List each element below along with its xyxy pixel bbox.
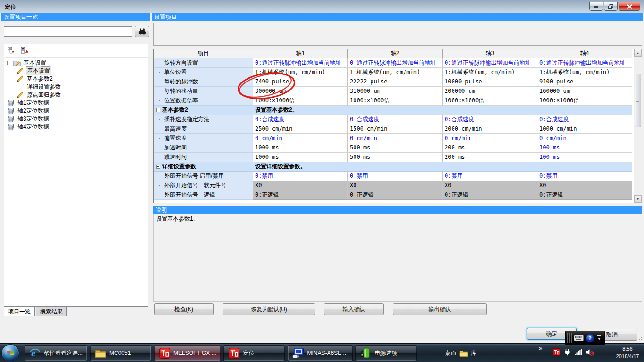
keyboard-icon[interactable]	[574, 335, 584, 341]
value-cell-axis1[interactable]: 1000 ms	[253, 143, 348, 153]
value-cell-axis1[interactable]: 7490 pulse	[253, 77, 348, 87]
start-button[interactable]	[1, 344, 19, 362]
language-bar[interactable]: ? ▼	[565, 331, 605, 345]
value-cell-axis4[interactable]: 9100 pulse	[537, 77, 632, 87]
search-button[interactable]	[135, 26, 149, 37]
tree-item-5[interactable]: 轴1定位数据	[4, 99, 148, 107]
minimize-button[interactable]	[589, 2, 603, 11]
value-cell-axis3[interactable]: 0:通过正转脉冲输出增加当前地址	[443, 58, 537, 68]
value-cell-axis2[interactable]: 0:禁用	[348, 172, 443, 181]
taskbar-clock[interactable]: 8:56 2018/4/17	[613, 345, 642, 360]
value-cell-axis4[interactable]: 0:正逻辑	[537, 190, 632, 200]
tree-collapse-box[interactable]	[7, 61, 11, 65]
value-cell-axis2[interactable]: 0:正逻辑	[348, 190, 443, 200]
tree-item-sub-2[interactable]: 基本参数2	[4, 75, 148, 83]
language-bar-options-arrow[interactable]: ▼	[598, 337, 601, 341]
value-cell-axis2[interactable]: 0:通过正转脉冲输出增加当前地址	[348, 58, 443, 68]
collapse-all-button[interactable]	[7, 46, 17, 55]
check-button[interactable]: 检查(K)	[154, 303, 214, 315]
value-cell-axis3[interactable]: X0	[443, 181, 537, 190]
close-button[interactable]	[619, 2, 640, 11]
output-confirm-button[interactable]: 输出确认	[393, 303, 487, 315]
value-cell-axis1[interactable]: 1:机械系统(um, cm/min)	[253, 68, 348, 77]
value-cell-axis4[interactable]: X0	[537, 181, 632, 190]
language-bar-minimize[interactable]	[597, 335, 601, 336]
value-cell-axis4[interactable]: 1:机械系统(um, cm/min)	[537, 68, 632, 77]
value-cell-axis2[interactable]: X0	[348, 181, 443, 190]
value-cell-axis1[interactable]: 0:通过正转脉冲输出增加当前地址	[253, 58, 348, 68]
tab-item-list[interactable]: 项目一览	[4, 307, 35, 316]
value-cell-axis2[interactable]: 310000 um	[348, 87, 443, 96]
tree-item-6[interactable]: 轴2定位数据	[4, 107, 148, 115]
restore-button[interactable]	[604, 2, 618, 11]
value-cell-axis3[interactable]: 1:机械系统(um, cm/min)	[443, 68, 537, 77]
section-collapse-box[interactable]	[156, 108, 160, 112]
value-cell-axis3[interactable]: 0 cm/min	[443, 134, 537, 143]
tree-item-8[interactable]: 轴4定位数据	[4, 123, 148, 131]
value-cell-axis3[interactable]: 0:正逻辑	[443, 190, 537, 200]
value-cell-axis1[interactable]: 0:合成速度	[253, 115, 348, 124]
tray-overflow-chevron[interactable]: »	[539, 345, 542, 352]
value-cell-axis1[interactable]: 1000:×1000倍	[253, 96, 348, 106]
value-cell-axis4[interactable]: 100 ms	[537, 153, 632, 162]
value-cell-axis4[interactable]: 0 cm/min	[537, 134, 632, 143]
value-cell-axis3[interactable]: 10000 pulse	[443, 77, 537, 87]
melsoft-tray-icon[interactable]	[553, 348, 560, 356]
value-cell-axis4[interactable]: 160000 um	[537, 87, 632, 96]
value-cell-axis2[interactable]: 500 ms	[348, 153, 443, 162]
taskbar-button-0[interactable]: e帮忙看看这是...	[25, 345, 87, 361]
value-cell-axis3[interactable]: 200 ms	[443, 153, 537, 162]
value-cell-axis3[interactable]: 0:禁用	[443, 172, 537, 181]
taskbar-button-4[interactable]: MINAS-A6SE ...	[288, 345, 352, 361]
value-cell-axis3[interactable]: 2000 cm/min	[443, 124, 537, 134]
value-cell-axis1[interactable]: X0	[253, 181, 348, 190]
library-folder-icon[interactable]	[459, 350, 468, 357]
value-cell-axis2[interactable]: 1:机械系统(um, cm/min)	[348, 68, 443, 77]
volume-muted-icon[interactable]	[586, 348, 594, 356]
value-cell-axis1[interactable]: 300000 um	[253, 87, 348, 96]
taskbar-button-2[interactable]: MELSOFT GX ...	[154, 345, 221, 361]
expand-all-button[interactable]	[20, 46, 30, 55]
tree-item-0[interactable]: 基本设置	[4, 59, 148, 67]
value-cell-axis4[interactable]: 1000 cm/min	[537, 124, 632, 134]
taskbar-button-1[interactable]: MC0051	[90, 345, 151, 361]
value-cell-axis2[interactable]: 1000:×1000倍	[348, 96, 443, 106]
value-cell-axis4[interactable]: 100 ms	[537, 143, 632, 153]
scrollbar-thumb[interactable]	[635, 74, 641, 127]
help-icon[interactable]: ?	[586, 334, 594, 343]
library-label[interactable]: 库	[471, 349, 477, 357]
tree-item-sub-3[interactable]: 详细设置参数	[4, 83, 148, 91]
tree-item-sub-4[interactable]: 原点回归参数	[4, 91, 148, 99]
value-cell-axis1[interactable]: 1000 ms	[253, 153, 348, 162]
taskbar-button-3[interactable]: 定位	[223, 345, 285, 361]
value-cell-axis1[interactable]: 0:禁用	[253, 172, 348, 181]
hardware-tray-icon[interactable]	[564, 349, 571, 356]
network-signal-icon[interactable]	[575, 349, 582, 355]
value-cell-axis2[interactable]: 1500 cm/min	[348, 124, 443, 134]
value-cell-axis2[interactable]: 0:合成速度	[348, 115, 443, 124]
value-cell-axis1[interactable]: 0 cm/min	[253, 134, 348, 143]
value-cell-axis4[interactable]: 0:合成速度	[537, 115, 632, 124]
value-cell-axis4[interactable]: 0:禁用	[537, 172, 632, 181]
value-cell-axis3[interactable]: 0:合成速度	[443, 115, 537, 124]
input-confirm-button[interactable]: 输入确认	[324, 303, 384, 315]
value-cell-axis3[interactable]: 200000 um	[443, 87, 537, 96]
restore-default-button[interactable]: 恢复为默认(U)	[223, 303, 315, 315]
value-cell-axis3[interactable]: 200 ms	[443, 143, 537, 153]
tree-item-sub-1[interactable]: 基本设置	[4, 67, 148, 75]
value-cell-axis2[interactable]: 22222 pulse	[348, 77, 443, 87]
scrollbar-up-arrow[interactable]: ▲	[634, 49, 642, 57]
tree-item-7[interactable]: 轴3定位数据	[4, 115, 148, 123]
desktop-toolbar-label[interactable]: 桌面	[445, 349, 456, 357]
section-collapse-box[interactable]	[156, 165, 160, 169]
value-cell-axis2[interactable]: 500 ms	[348, 143, 443, 153]
scrollbar-down-arrow[interactable]: ▼	[634, 195, 642, 203]
taskbar-button-5[interactable]: 电源选项	[355, 345, 417, 361]
value-cell-axis2[interactable]: 0 cm/min	[348, 134, 443, 143]
language-bar-grip[interactable]	[567, 333, 572, 343]
value-cell-axis1[interactable]: 2500 cm/min	[253, 124, 348, 134]
search-input[interactable]	[4, 26, 132, 37]
resize-grip[interactable]	[636, 335, 642, 340]
tab-search-results[interactable]: 搜索结果	[36, 307, 67, 316]
table-scrollbar[interactable]: ▲ ▼	[634, 49, 642, 203]
